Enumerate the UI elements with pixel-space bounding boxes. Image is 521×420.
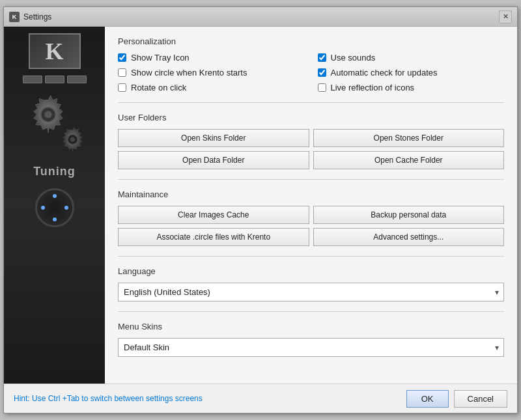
language-select-wrapper: English (United States) English (United …	[118, 283, 504, 301]
close-button[interactable]: ✕	[499, 10, 512, 23]
checkbox-auto-check: Automatic check for updates	[318, 68, 505, 77]
open-stones-button[interactable]: Open Stones Folder	[313, 129, 505, 147]
open-data-button[interactable]: Open Data Folder	[118, 151, 309, 169]
sidebar-btn-1	[23, 76, 42, 83]
maintenance-buttons: Clear Images Cache Backup personal data …	[118, 206, 504, 246]
checkbox-show-tray: Show Tray Icon	[118, 53, 305, 63]
content-area: K	[4, 27, 517, 384]
show-circle-label: Show circle when Krento starts	[131, 68, 247, 77]
divider-4	[118, 311, 504, 312]
divider-3	[118, 256, 504, 257]
open-skins-button[interactable]: Open Skins Folder	[118, 129, 309, 147]
window-icon: K	[9, 12, 20, 22]
use-sounds-checkbox[interactable]	[318, 53, 326, 62]
gear-small-icon	[58, 126, 87, 155]
user-folders-label: User Folders	[118, 113, 504, 122]
divider-2	[118, 179, 504, 180]
menu-skins-label: Menu Skins	[118, 322, 504, 331]
auto-check-checkbox[interactable]	[318, 68, 326, 77]
svg-point-3	[70, 137, 74, 142]
open-cache-button[interactable]: Open Cache Folder	[313, 151, 505, 169]
user-folders-buttons: Open Skins Folder Open Stones Folder Ope…	[118, 129, 504, 169]
main-panel: Personalization Show Tray Icon Use sound…	[105, 27, 517, 384]
checkbox-live-reflection: Live reflection of icons	[318, 83, 505, 92]
sidebar: K	[4, 27, 105, 384]
live-reflection-checkbox[interactable]	[318, 83, 326, 92]
window-title: Settings	[23, 12, 499, 21]
backup-data-button[interactable]: Backup personal data	[313, 206, 505, 224]
show-tray-label: Show Tray Icon	[131, 53, 190, 63]
sidebar-label: Tuning	[33, 165, 76, 178]
clear-images-button[interactable]: Clear Images Cache	[118, 206, 309, 224]
advanced-settings-button[interactable]: Advanced settings...	[313, 228, 505, 246]
circular-dot-left	[41, 206, 45, 210]
gear-container	[19, 93, 91, 158]
personalization-checkboxes: Show Tray Icon Use sounds Show circle wh…	[118, 53, 504, 92]
maintenance-label: Maintainance	[118, 189, 504, 199]
svg-point-1	[44, 111, 51, 118]
settings-window: K Settings ✕ K	[3, 7, 518, 413]
checkbox-show-circle: Show circle when Krento starts	[118, 68, 305, 77]
auto-check-label: Automatic check for updates	[331, 68, 438, 77]
divider-1	[118, 102, 504, 103]
sidebar-btn-2	[45, 76, 64, 83]
sidebar-nav-buttons	[23, 76, 87, 83]
checkbox-use-sounds: Use sounds	[318, 53, 505, 63]
sidebar-logo: K	[29, 33, 81, 69]
rotate-click-label: Rotate on click	[131, 83, 186, 92]
ok-button[interactable]: OK	[406, 390, 449, 408]
language-label: Language	[118, 266, 504, 276]
show-tray-checkbox[interactable]	[118, 53, 126, 62]
circular-dot-bottom	[53, 217, 57, 221]
personalization-label: Personalization	[118, 36, 504, 46]
use-sounds-label: Use sounds	[331, 53, 376, 63]
footer-hint: Hint: Use Ctrl +Tab to switch between se…	[14, 394, 203, 403]
circular-menu-icon	[35, 188, 74, 227]
language-select[interactable]: English (United States) English (United …	[118, 283, 504, 301]
title-bar: K Settings ✕	[4, 7, 517, 27]
live-reflection-label: Live reflection of icons	[331, 83, 415, 92]
show-circle-checkbox[interactable]	[118, 68, 126, 77]
menu-skins-select-wrapper: Default Skin Dark Skin Light Skin	[118, 338, 504, 357]
footer-buttons: OK Cancel	[406, 390, 507, 408]
checkbox-rotate-click: Rotate on click	[118, 83, 305, 92]
rotate-click-checkbox[interactable]	[118, 83, 126, 92]
logo-letter: K	[45, 38, 63, 65]
associate-files-button[interactable]: Associate .circle files with Krento	[118, 228, 309, 246]
circular-dot-right	[64, 206, 68, 210]
sidebar-btn-3	[67, 76, 87, 83]
footer: Hint: Use Ctrl +Tab to switch between se…	[4, 384, 517, 413]
circular-dot-top	[53, 194, 57, 198]
menu-skins-select[interactable]: Default Skin Dark Skin Light Skin	[118, 338, 504, 357]
cancel-button[interactable]: Cancel	[454, 390, 507, 408]
